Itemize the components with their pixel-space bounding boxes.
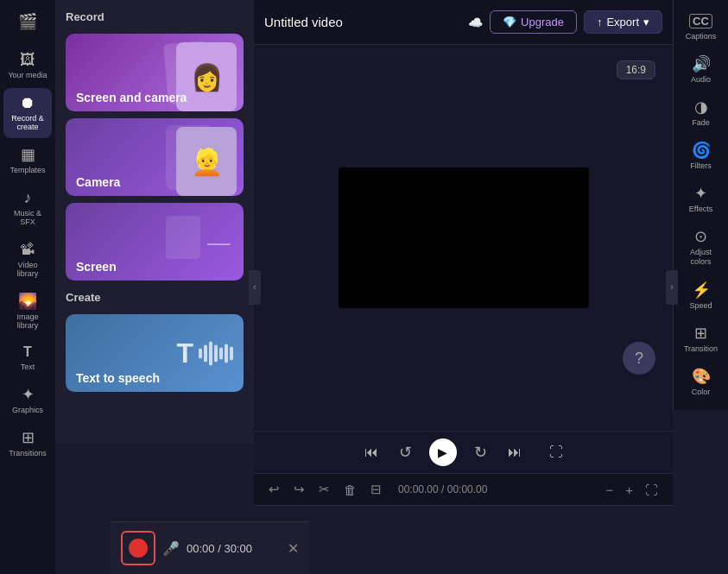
graphics-icon: ✦: [22, 387, 35, 402]
help-button[interactable]: ?: [623, 342, 655, 375]
sidebar-item-label: Graphics: [12, 406, 43, 414]
side-panel-wrapper: Record 👩 Screen and camera 👱 Camera ⸻: [55, 0, 254, 574]
right-item-label: Captions: [686, 32, 717, 41]
sidebar-item-templates[interactable]: ▦ Templates: [3, 140, 52, 181]
right-item-label: Filters: [690, 161, 712, 170]
record-icon: ⏺: [20, 95, 35, 110]
unsaved-icon: ☁️: [468, 16, 483, 29]
fade-icon: ◑: [694, 99, 708, 115]
sidebar-item-video-library[interactable]: 📽 Video library: [3, 235, 52, 285]
export-button[interactable]: ↑ Export ▾: [584, 10, 662, 34]
sidebar-item-music-sfx[interactable]: ♪ Music & SFX: [3, 183, 52, 233]
right-panel: CC Captions 🔊 Audio ◑ Fade 🌀 Filters ✦ E…: [673, 0, 728, 410]
sidebar-item-your-media[interactable]: 🖼 Your media: [3, 45, 52, 86]
right-item-captions[interactable]: CC Captions: [677, 7, 725, 47]
right-item-label: Effects: [689, 205, 712, 213]
screen-and-camera-card[interactable]: 👩 Screen and camera: [66, 34, 244, 111]
video-frame: [339, 167, 589, 308]
audio-icon: 🔊: [692, 56, 711, 72]
tts-decoration: T: [176, 337, 233, 369]
sidebar-item-image-library[interactable]: 🌄 Image library: [3, 287, 52, 337]
forward-button[interactable]: ↻: [471, 439, 491, 465]
card-decoration: ⸻: [157, 203, 244, 281]
right-item-label: Audio: [691, 75, 711, 84]
timeline-area: [254, 505, 673, 574]
sidebar-item-label: Transitions: [9, 449, 47, 457]
zoom-out-button[interactable]: −: [601, 480, 617, 500]
rewind-button[interactable]: ↺: [396, 439, 415, 465]
music-icon: ♪: [24, 190, 32, 205]
tts-t-icon: T: [176, 337, 193, 369]
tts-waves-icon: [199, 341, 233, 365]
media-icon: 🖼: [20, 52, 35, 67]
sidebar-item-label: Your media: [8, 71, 47, 79]
right-item-fade[interactable]: ◑ Fade: [677, 92, 725, 134]
right-item-transition[interactable]: ⊞ Transition: [677, 319, 725, 360]
undo-button[interactable]: ↩: [264, 479, 284, 500]
main-content: Untitled video ☁️ 💎 Upgrade ↑ Export ▾ 1…: [254, 0, 673, 574]
sidebar-item-label: Text: [21, 363, 35, 371]
right-item-audio[interactable]: 🔊 Audio: [677, 49, 725, 91]
timeline-time: 00:00.00 / 00:00.00: [398, 483, 487, 495]
right-panel-wrapper: › CC Captions 🔊 Audio ◑ Fade 🌀 Filters ✦…: [673, 0, 728, 574]
card-label: Screen: [76, 260, 117, 274]
sidebar-item-transitions[interactable]: ⊞ Transitions: [3, 423, 52, 464]
close-recorder-button[interactable]: ✕: [288, 540, 299, 557]
skip-forward-button[interactable]: ⏭: [504, 441, 525, 464]
sidebar-item-text[interactable]: T Text: [3, 338, 52, 378]
right-item-adjust-colors[interactable]: ⊙ Adjust colors: [677, 222, 725, 274]
sidebar-item-record-create[interactable]: ⏺ Record &create: [3, 88, 52, 138]
timeline-expand-button[interactable]: ⛶: [641, 480, 662, 500]
right-panel-collapse-button[interactable]: ›: [666, 270, 678, 305]
transitions-icon: ⊞: [22, 430, 35, 445]
logo-icon: 🎬: [18, 14, 37, 29]
text-to-speech-card[interactable]: T Text to speech: [66, 314, 244, 392]
create-section-title: Create: [66, 291, 244, 304]
right-item-label: Color: [692, 388, 711, 396]
nav-logo[interactable]: 🎬: [3, 7, 52, 36]
sidebar-item-label: Templates: [9, 166, 45, 174]
speed-icon: ⚡: [692, 282, 711, 298]
video-preview-area: 16:9 ?: [254, 45, 673, 431]
record-section-title: Record: [66, 10, 244, 23]
sidebar-item-label: Image library: [7, 312, 48, 330]
playback-controls: ⏮ ↺ ▶ ↻ ⏭ ⛶: [254, 431, 673, 473]
zoom-controls: − + ⛶: [601, 480, 662, 500]
right-item-label: Fade: [692, 118, 710, 127]
card-label: Screen and camera: [76, 91, 187, 104]
right-item-filters[interactable]: 🌀 Filters: [677, 136, 725, 177]
play-button[interactable]: ▶: [429, 438, 457, 466]
card-label: Text to speech: [76, 371, 160, 385]
sidebar-item-label: Record &create: [11, 114, 44, 131]
right-item-label: Transition: [684, 344, 718, 353]
microphone-icon[interactable]: 🎤: [162, 540, 180, 557]
delete-button[interactable]: 🗑: [339, 480, 361, 500]
fullscreen-button[interactable]: ⛶: [546, 441, 567, 464]
right-item-color[interactable]: 🎨 Color: [677, 362, 725, 403]
top-bar: Untitled video ☁️ 💎 Upgrade ↑ Export ▾: [254, 0, 673, 45]
record-create-panel: Record 👩 Screen and camera 👱 Camera ⸻: [55, 0, 254, 444]
aspect-ratio-button[interactable]: 16:9: [617, 60, 655, 79]
zoom-in-button[interactable]: +: [621, 480, 637, 500]
transition-icon: ⊞: [694, 325, 707, 341]
text-icon: T: [23, 345, 32, 359]
sidebar-item-label: Video library: [7, 261, 48, 278]
screen-card[interactable]: ⸻ Screen: [66, 203, 244, 281]
record-circle-icon: [129, 539, 148, 558]
recording-time: 00:00 / 30:00: [187, 542, 281, 555]
camera-card[interactable]: 👱 Camera: [66, 118, 244, 196]
sidebar-item-graphics[interactable]: ✦ Graphics: [3, 380, 52, 421]
redo-button[interactable]: ↪: [289, 479, 309, 500]
panel-collapse-button[interactable]: ‹: [249, 270, 261, 305]
timeline-toolbar: ↩ ↪ ✂ 🗑 ⊟ 00:00.00 / 00:00.00 − + ⛶: [254, 473, 673, 505]
cut-button[interactable]: ✂: [314, 479, 334, 500]
record-button[interactable]: [121, 531, 155, 565]
split-button[interactable]: ⊟: [366, 479, 386, 500]
diamond-icon: 💎: [503, 16, 516, 28]
filters-icon: 🌀: [692, 142, 711, 158]
skip-back-button[interactable]: ⏮: [361, 441, 382, 464]
right-item-speed[interactable]: ⚡ Speed: [677, 275, 725, 317]
upgrade-button[interactable]: 💎 Upgrade: [490, 10, 577, 34]
chevron-down-icon: ▾: [643, 16, 649, 28]
right-item-effects[interactable]: ✦ Effects: [677, 179, 725, 220]
